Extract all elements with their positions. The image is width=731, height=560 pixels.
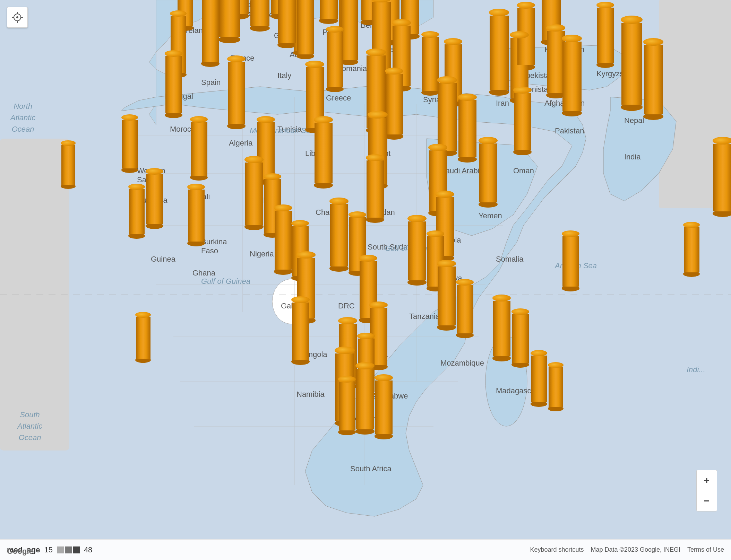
cylinder-syria1 [421, 31, 439, 96]
legend-box-light [57, 546, 64, 553]
zoom-out-button[interactable]: − [696, 491, 717, 511]
cylinder-guinea1 [146, 168, 163, 229]
google-logo: Google [7, 547, 33, 556]
cylinder-angola_far2 [548, 362, 564, 411]
cylinder-sa2 [355, 362, 375, 435]
cylinder-guinea_small [61, 140, 76, 189]
cylinder-poland1 [319, 0, 338, 24]
cylinder-madagascar1 [492, 295, 511, 361]
cylinder-sa4 [338, 376, 356, 435]
cylinder-mozambique2 [456, 279, 474, 338]
cylinder-ghana1 [187, 184, 205, 246]
cylinder-uk2 [250, 0, 270, 32]
cylinder-india2 [643, 38, 663, 120]
map-container: UnitedKingdomDenmarkIrelandGermanyPoland… [0, 0, 731, 560]
cylinder-chad1 [314, 116, 333, 189]
attribution: Keyboard shortcuts Map Data ©2023 Google… [530, 546, 724, 553]
cylinder-far_east_small [683, 222, 700, 277]
cylinder-italy2 [296, 0, 314, 59]
locate-icon [12, 12, 23, 23]
cylinder-france1 [218, 0, 240, 43]
cylinder-guinea2 [128, 184, 145, 239]
svg-rect-1 [0, 139, 69, 450]
cylinder-greece1 [326, 26, 344, 92]
cylinder-mali1 [190, 116, 208, 181]
cylinder-morocco1 [165, 50, 182, 118]
cylinder-iran1 [489, 9, 509, 96]
cylinder-far_east1 [562, 230, 579, 291]
cylinder-egypt2 [385, 68, 403, 140]
cylinder-pakistan1 [562, 35, 582, 116]
legend-box-medium [65, 546, 72, 553]
cylinder-mozambique1 [437, 260, 456, 331]
cylinder-drc1 [329, 198, 349, 272]
cylinder-mauritania1 [121, 114, 138, 173]
cylinder-oman1 [513, 87, 532, 155]
legend-max: 48 [84, 545, 92, 554]
zoom-controls: + − [696, 470, 717, 511]
cylinder-india1 [621, 16, 643, 111]
bottom-bar: Google med_age 15 48 Keyboard shortcuts … [0, 539, 731, 560]
cylinder-gabon1 [274, 204, 292, 275]
terms-of-use[interactable]: Terms of Use [687, 546, 724, 553]
cylinder-kyrgyzstan1 [596, 2, 614, 68]
cylinder-south_atl_small [135, 312, 151, 363]
cylinder-south_sudan1 [366, 154, 384, 223]
legend-box-dark [73, 546, 80, 553]
cylinder-sa3 [375, 374, 393, 439]
cylinder-yemen1 [479, 137, 498, 208]
cylinder-far_east2 [713, 137, 731, 217]
svg-point-17 [16, 16, 18, 18]
cylinder-algeria1 [227, 55, 246, 129]
cylinder-italy1 [277, 0, 296, 48]
cylinder-madagascar2 [511, 308, 529, 368]
keyboard-shortcuts[interactable]: Keyboard shortcuts [530, 546, 584, 553]
legend-gradient [57, 546, 80, 553]
cylinder-angola_far [531, 350, 547, 407]
cylinder-tanzania1 [407, 215, 427, 286]
cylinder-spain1 [201, 0, 220, 67]
cylinder-saudi2 [458, 94, 477, 163]
legend-min: 15 [44, 545, 52, 554]
zoom-in-button[interactable]: + [696, 470, 717, 491]
cylinder-namibia1 [291, 296, 310, 365]
cylinder-nigeria1 [244, 156, 264, 230]
map-data: Map Data ©2023 Google, INEGI [591, 546, 680, 553]
locate-button[interactable] [7, 7, 28, 28]
